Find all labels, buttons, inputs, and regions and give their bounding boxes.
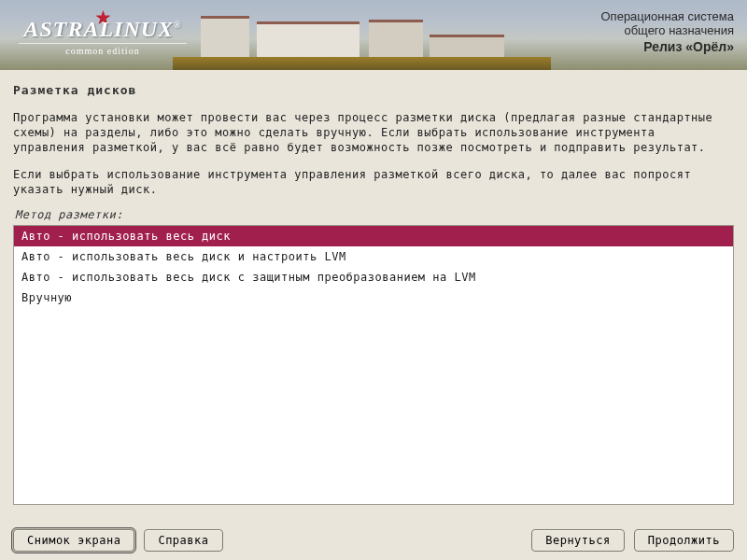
back-button[interactable]: Вернуться [531, 529, 625, 552]
brand-logo: ★ ASTRALINUX® common edition [19, 6, 187, 62]
installer-header: ★ ASTRALINUX® common edition Операционна… [0, 0, 747, 70]
partition-method-listbox[interactable]: Авто - использовать весь диск Авто - исп… [13, 225, 734, 505]
option-manual[interactable]: Вручную [14, 287, 733, 308]
page-title: Разметка дисков [13, 83, 734, 97]
screenshot-button[interactable]: Снимок экрана [13, 529, 134, 552]
option-auto-whole-disk[interactable]: Авто - использовать весь диск [14, 226, 733, 246]
continue-button[interactable]: Продолжить [634, 529, 734, 552]
option-auto-whole-disk-lvm[interactable]: Авто - использовать весь диск и настроит… [14, 246, 733, 267]
brand-registered: ® [174, 20, 181, 30]
description-para-2: Если выбрать использование инструмента у… [13, 167, 734, 197]
brand-tagline: common edition [19, 43, 187, 56]
option-auto-whole-disk-encrypted-lvm[interactable]: Авто - использовать весь диск с защитным… [14, 267, 733, 287]
header-illustration [173, 0, 551, 70]
brand-name: ASTRALINUX [23, 17, 174, 41]
header-title-block: Операционная система общего назначения Р… [601, 9, 735, 54]
description-para-1: Программа установки может провести вас ч… [13, 110, 734, 156]
method-label: Метод разметки: [13, 208, 734, 221]
footer-toolbar: Снимок экрана Справка Вернуться Продолжи… [0, 521, 747, 560]
help-button[interactable]: Справка [144, 529, 222, 552]
header-line2: общего назначения [601, 23, 735, 37]
header-line1: Операционная система [601, 9, 735, 23]
header-release: Релиз «Орёл» [601, 39, 735, 54]
main-content: Разметка дисков Программа установки може… [0, 70, 747, 505]
